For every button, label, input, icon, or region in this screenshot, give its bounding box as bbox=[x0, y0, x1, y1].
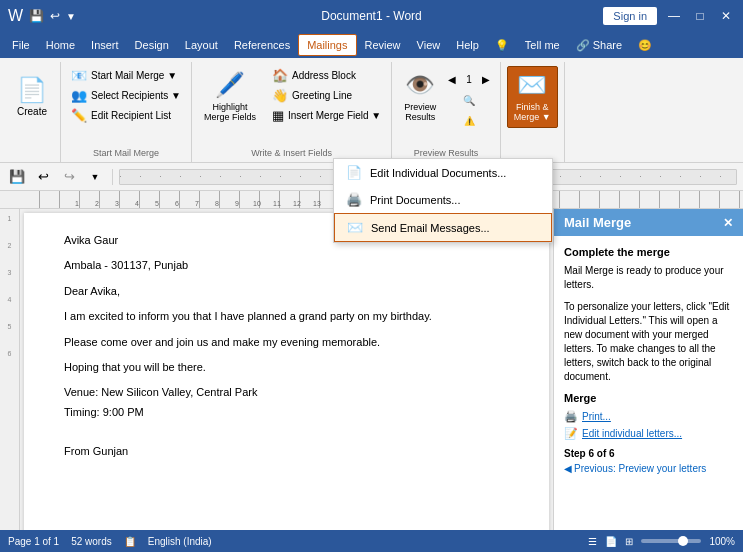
edit-link-icon: 📝 bbox=[564, 427, 578, 440]
doc-line-5: Please come over and join us and make my… bbox=[64, 335, 509, 350]
document-area[interactable]: Avika Gaur Ambala - 301137, Punjab Dear … bbox=[24, 213, 549, 541]
minimize-button[interactable]: — bbox=[665, 7, 683, 25]
zoom-slider[interactable] bbox=[641, 539, 701, 543]
ruler-num-8: 8 bbox=[215, 200, 219, 207]
menu-tellme[interactable]: Tell me bbox=[517, 34, 568, 56]
preview-content: 👁️ Preview Results ◀ 1 ▶ 🔍 ⚠️ bbox=[398, 66, 494, 144]
write-insert-group-label: Write & Insert Fields bbox=[192, 148, 391, 158]
menu-design[interactable]: Design bbox=[127, 34, 177, 56]
preview-nav: ◀ 1 ▶ 🔍 ⚠️ bbox=[444, 66, 494, 130]
zoom-level[interactable]: 100% bbox=[709, 536, 735, 547]
select-recipients-button[interactable]: 👥 Select Recipients ▼ bbox=[67, 86, 185, 104]
highlight-merge-fields-button[interactable]: 🖊️ Highlight Merge Fields bbox=[198, 66, 262, 128]
edit-list-icon: ✏️ bbox=[71, 108, 87, 123]
field-buttons: 🏠 Address Block 👋 Greeting Line ▦ Insert… bbox=[268, 66, 385, 124]
more-button[interactable]: ▼ bbox=[84, 166, 106, 188]
maximize-button[interactable]: □ bbox=[691, 7, 709, 25]
menu-file[interactable]: File bbox=[4, 34, 38, 56]
preview-results-label: Preview Results bbox=[404, 102, 436, 124]
close-button[interactable]: ✕ bbox=[717, 7, 735, 25]
view-print-icon[interactable]: 📄 bbox=[605, 536, 617, 547]
quick-access-save[interactable]: 💾 bbox=[29, 9, 44, 23]
menu-share[interactable]: 🔗 Share bbox=[568, 34, 630, 56]
proofing-icon[interactable]: 📋 bbox=[124, 536, 136, 547]
start-mail-merge-button[interactable]: 📧 Start Mail Merge ▼ bbox=[67, 66, 185, 84]
view-web-icon[interactable]: ⊞ bbox=[625, 536, 633, 547]
create-icon: 📄 bbox=[17, 76, 47, 105]
menu-lightbulb[interactable]: 💡 bbox=[487, 34, 517, 56]
quick-access-undo[interactable]: ↩ bbox=[50, 9, 60, 23]
ruler-num-4: 4 bbox=[135, 200, 139, 207]
redo-button[interactable]: ↪ bbox=[58, 166, 80, 188]
greeting-line-button[interactable]: 👋 Greeting Line bbox=[268, 86, 385, 104]
signin-button[interactable]: Sign in bbox=[603, 7, 657, 25]
select-recipients-label: Select Recipients ▼ bbox=[91, 90, 181, 101]
record-number: 1 bbox=[462, 70, 476, 88]
doc-line-10: From Gunjan bbox=[64, 444, 509, 459]
menu-mailings[interactable]: Mailings bbox=[298, 34, 356, 56]
create-group-content: 📄 Create bbox=[10, 66, 54, 144]
mail-merge-icon: 📧 bbox=[71, 68, 87, 83]
ribbon-group-mail-merge: 📧 Start Mail Merge ▼ 👥 Select Recipients… bbox=[61, 62, 192, 162]
menu-review[interactable]: Review bbox=[357, 34, 409, 56]
preview-group-label: Preview Results bbox=[392, 148, 500, 158]
ribbon-group-write-insert: 🖊️ Highlight Merge Fields 🏠 Address Bloc… bbox=[192, 62, 392, 162]
send-email-dropdown-item[interactable]: ✉️ Send Email Messages... bbox=[334, 213, 552, 242]
insert-merge-field-label: Insert Merge Field ▼ bbox=[288, 110, 381, 121]
edit-recipient-list-label: Edit Recipient List bbox=[91, 110, 171, 121]
undo-button[interactable]: ↩ bbox=[32, 166, 54, 188]
insert-merge-field-button[interactable]: ▦ Insert Merge Field ▼ bbox=[268, 106, 385, 124]
create-label: Create bbox=[17, 106, 47, 118]
recipients-icon: 👥 bbox=[71, 88, 87, 103]
find-recipient-button[interactable]: 🔍 bbox=[459, 91, 479, 109]
address-block-button[interactable]: 🏠 Address Block bbox=[268, 66, 385, 84]
finish-merge-button[interactable]: ✉️ Finish & Merge ▼ bbox=[507, 66, 558, 128]
send-email-label: Send Email Messages... bbox=[371, 222, 490, 234]
prev-step-link[interactable]: ◀ Previous: Preview your letters bbox=[564, 463, 733, 474]
prev-record-button[interactable]: ◀ bbox=[444, 70, 460, 88]
view-read-icon[interactable]: ☰ bbox=[588, 536, 597, 547]
address-block-icon: 🏠 bbox=[272, 68, 288, 83]
mail-merge-group-label: Start Mail Merge bbox=[61, 148, 191, 158]
finish-merge-label: Finish & Merge ▼ bbox=[514, 102, 551, 124]
margin-num-1: 1 bbox=[8, 215, 12, 222]
menu-references[interactable]: References bbox=[226, 34, 298, 56]
address-block-label: Address Block bbox=[292, 70, 356, 81]
menu-home[interactable]: Home bbox=[38, 34, 83, 56]
print-link-icon: 🖨️ bbox=[564, 410, 578, 423]
ruler-num-7: 7 bbox=[195, 200, 199, 207]
dropdown-menu: 📄 Edit Individual Documents... 🖨️ Print … bbox=[333, 158, 553, 243]
ribbon: 📄 Create 📧 Start Mail Merge ▼ 👥 Select R… bbox=[0, 58, 743, 163]
menu-insert[interactable]: Insert bbox=[83, 34, 127, 56]
quick-access-more[interactable]: ▼ bbox=[66, 11, 76, 22]
detail-text: To personalize your letters, click "Edit… bbox=[564, 300, 733, 384]
auto-check-button[interactable]: ⚠️ bbox=[460, 112, 479, 130]
ribbon-group-preview: 👁️ Preview Results ◀ 1 ▶ 🔍 ⚠️ Preview Re… bbox=[392, 62, 501, 162]
edit-individual-link[interactable]: Edit individual letters... bbox=[582, 428, 682, 439]
edit-individual-dropdown-item[interactable]: 📄 Edit Individual Documents... bbox=[334, 159, 552, 186]
menu-help[interactable]: Help bbox=[448, 34, 487, 56]
menu-face[interactable]: 😊 bbox=[630, 34, 660, 56]
language[interactable]: English (India) bbox=[148, 536, 212, 547]
doc-line-8: Timing: 9:00 PM bbox=[64, 405, 509, 420]
menu-view[interactable]: View bbox=[409, 34, 449, 56]
ruler-num-9: 9 bbox=[235, 200, 239, 207]
create-button[interactable]: 📄 Create bbox=[10, 66, 54, 128]
margin-num-2: 2 bbox=[8, 242, 12, 249]
panel-close-icon[interactable]: ✕ bbox=[723, 216, 733, 230]
next-record-button[interactable]: ▶ bbox=[478, 70, 494, 88]
edit-individual-icon: 📄 bbox=[346, 165, 362, 180]
ruler-num-1: 1 bbox=[75, 200, 79, 207]
print-documents-dropdown-item[interactable]: 🖨️ Print Documents... bbox=[334, 186, 552, 213]
print-link[interactable]: Print... bbox=[582, 411, 611, 422]
write-insert-content: 🖊️ Highlight Merge Fields 🏠 Address Bloc… bbox=[198, 66, 385, 144]
edit-link-row: 📝 Edit individual letters... bbox=[564, 427, 733, 440]
intro-text: Mail Merge is ready to produce your lett… bbox=[564, 264, 733, 292]
zoom-thumb bbox=[678, 536, 688, 546]
edit-recipient-list-button[interactable]: ✏️ Edit Recipient List bbox=[67, 106, 185, 124]
content-area: 1 2 3 4 5 6 Avika Gaur Ambala - 301137, … bbox=[0, 209, 743, 545]
menu-layout[interactable]: Layout bbox=[177, 34, 226, 56]
save-button[interactable]: 💾 bbox=[6, 166, 28, 188]
preview-icon: 👁️ bbox=[405, 71, 435, 100]
preview-results-button[interactable]: 👁️ Preview Results bbox=[398, 66, 442, 128]
